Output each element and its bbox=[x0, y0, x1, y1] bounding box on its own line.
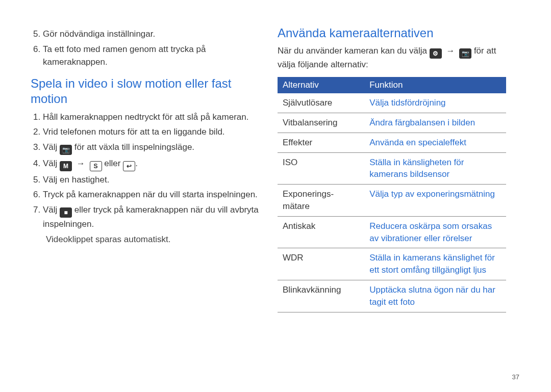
opt-name: Effekter bbox=[278, 133, 364, 152]
opt-desc: Välja tidsfördröjning bbox=[364, 93, 506, 113]
table-row: BlinkavkänningUpptäcka slutna ögon när d… bbox=[278, 280, 506, 312]
table-row: EffekterAnvända en specialeffekt bbox=[278, 133, 506, 152]
opt-name: Exponerings- mätare bbox=[278, 185, 364, 217]
two-column-layout: Gör nödvändiga inställningar. Ta ett fot… bbox=[31, 25, 520, 312]
opt-desc: Upptäcka slutna ögon när du har tagit et… bbox=[364, 280, 506, 312]
camera-icon: 📷 bbox=[459, 48, 471, 59]
opt-name: Vitbalansering bbox=[278, 113, 364, 133]
opt-desc: Ställa in känsligheten för kamerans bild… bbox=[364, 152, 506, 185]
section-heading-options: Använda kameraalternativen bbox=[278, 25, 506, 41]
table-row: WDRStälla in kamerans känslighet för ett… bbox=[278, 248, 506, 280]
section-heading-slowmo: Spela in video i slow motion eller fast … bbox=[31, 76, 260, 107]
step-item: Ta ett foto med ramen genom att trycka p… bbox=[43, 43, 260, 69]
options-lead: När du använder kameran kan du välja ⚙ →… bbox=[278, 45, 506, 71]
opt-name: WDR bbox=[278, 248, 364, 280]
options-table: Alternativ Funktion SjälvutlösareVälja t… bbox=[278, 77, 506, 312]
stop-icon: ■ bbox=[60, 207, 72, 218]
step-item: Tryck på kameraknappen när du vill start… bbox=[43, 188, 260, 201]
camera-icon: 📷 bbox=[60, 145, 72, 155]
left-column: Gör nödvändiga inställningar. Ta ett fot… bbox=[31, 25, 260, 312]
opt-name: Blinkavkänning bbox=[278, 280, 364, 312]
opt-name: Självutlösare bbox=[278, 93, 364, 113]
right-column: Använda kameraalternativen När du använd… bbox=[278, 25, 506, 312]
table-header-row: Alternativ Funktion bbox=[278, 77, 506, 93]
step-item: Välj 📷 för att växla till inspelningsläg… bbox=[43, 141, 260, 155]
table-row: SjälvutlösareVälja tidsfördröjning bbox=[278, 93, 506, 113]
table-row: Exponerings- mätareVälja typ av exponeri… bbox=[278, 185, 506, 217]
opt-desc: Ändra färgbalansen i bilden bbox=[364, 113, 506, 133]
step-item: Gör nödvändiga inställningar. bbox=[43, 28, 260, 41]
menu-icon: M bbox=[60, 161, 72, 171]
fast-motion-icon: S bbox=[90, 161, 102, 171]
opt-name: Antiskak bbox=[278, 216, 364, 248]
opt-name: ISO bbox=[278, 152, 364, 185]
slowmo-step-list: Håll kameraknappen nedtryckt för att slå… bbox=[31, 111, 260, 231]
opt-desc: Använda en specialeffekt bbox=[364, 133, 506, 152]
table-row: AntiskakReducera oskärpa som orsakas av … bbox=[278, 216, 506, 248]
step-item: Välj ■ eller tryck på kameraknappen när … bbox=[43, 203, 260, 231]
gear-icon: ⚙ bbox=[430, 48, 442, 59]
col-funktion: Funktion bbox=[364, 77, 506, 93]
step-item: Välj en hastighet. bbox=[43, 173, 260, 187]
arrow-icon: → bbox=[444, 45, 457, 57]
table-row: ISOStälla in känsligheten för kamerans b… bbox=[278, 152, 506, 185]
opt-desc: Reducera oskärpa som orsakas av vibratio… bbox=[364, 216, 506, 248]
step-item: Håll kameraknappen nedtryckt för att slå… bbox=[43, 111, 260, 124]
page-number: 37 bbox=[512, 373, 519, 381]
arrow-icon: → bbox=[74, 157, 87, 170]
opt-desc: Ställa in kamerans känslighet för ett st… bbox=[364, 248, 506, 280]
lead-text: När du använder kameran kan du välja bbox=[278, 46, 430, 56]
slow-motion-icon: ↩ bbox=[123, 161, 135, 171]
step-item: Vrid telefonen moturs för att ta en ligg… bbox=[43, 125, 260, 139]
manual-page: Gör nödvändiga inställningar. Ta ett fot… bbox=[0, 0, 551, 392]
step-item: Välj M → S eller ↩. bbox=[43, 157, 260, 171]
table-row: VitbalanseringÄndra färgbalansen i bilde… bbox=[278, 113, 506, 133]
col-alternativ: Alternativ bbox=[278, 77, 364, 93]
continued-step-list: Gör nödvändiga inställningar. Ta ett fot… bbox=[31, 28, 260, 69]
opt-desc: Välja typ av exponeringsmätning bbox=[364, 185, 506, 217]
auto-save-note: Videoklippet sparas automatiskt. bbox=[46, 234, 260, 245]
